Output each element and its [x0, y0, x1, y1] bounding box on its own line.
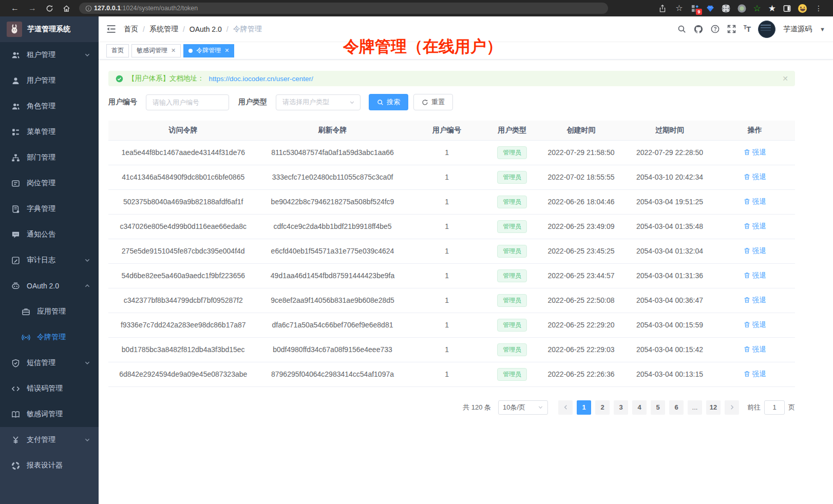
user-type-badge: 管理员	[497, 269, 527, 282]
fullscreen-icon[interactable]	[727, 25, 736, 33]
pay-icon	[11, 436, 20, 444]
chevron-up-icon	[84, 283, 90, 289]
github-icon[interactable]	[694, 25, 703, 34]
sidebar-item-字典管理[interactable]: 字典管理	[0, 196, 99, 222]
table-row: 54d6be82ee5a460a9aedc1f9bf22365649d1aa46…	[108, 263, 795, 288]
info-alert: 【用户体系】文档地址： https://doc.iocoder.cn/user-…	[108, 71, 795, 86]
browser-menu-icon[interactable]: ⋮	[815, 5, 822, 12]
breadcrumb-item[interactable]: 系统管理	[149, 25, 178, 34]
tab-令牌管理[interactable]: 令牌管理✕	[183, 44, 234, 57]
page-button-4[interactable]: 4	[632, 400, 647, 415]
extension-command-icon[interactable]	[722, 4, 730, 13]
sidebar-item-报表设计器[interactable]: 报表设计器	[0, 453, 99, 478]
force-logout-button[interactable]: 强退	[744, 148, 766, 157]
page-ellipsis[interactable]: ...	[688, 400, 702, 415]
close-tab-icon[interactable]: ✕	[224, 47, 229, 54]
user-type-badge: 管理员	[497, 319, 527, 332]
sidebar-item-应用管理[interactable]: 应用管理	[0, 299, 99, 324]
site-info-icon[interactable]	[85, 5, 92, 12]
force-logout-button[interactable]: 强退	[744, 271, 766, 280]
page-button-6[interactable]: 6	[669, 400, 684, 415]
extension-flower-icon[interactable]: ★	[768, 3, 776, 14]
page-button-12[interactable]: 12	[706, 400, 721, 415]
reload-icon[interactable]	[46, 5, 53, 12]
sidebar-item-错误码管理[interactable]: 错误码管理	[0, 376, 99, 401]
token-icon	[22, 333, 30, 342]
force-logout-button[interactable]: 强退	[744, 222, 766, 231]
sidebar-item-审计日志[interactable]: 审计日志	[0, 247, 99, 273]
back-icon[interactable]: ←	[11, 4, 19, 12]
users-icon	[11, 51, 20, 60]
page-buttons: 123456...12	[575, 400, 723, 415]
force-logout-button[interactable]: 强退	[744, 345, 766, 354]
page-size-select[interactable]: 10条/页	[498, 400, 548, 415]
page-button-2[interactable]: 2	[595, 400, 610, 415]
tab-首页[interactable]: 首页	[106, 44, 129, 57]
alert-close-icon[interactable]: ✕	[782, 74, 788, 83]
alert-doc-link[interactable]: https://doc.iocoder.cn/user-center/	[209, 75, 313, 83]
user-id-input[interactable]	[146, 94, 229, 110]
sidebar-item-角色管理[interactable]: 角色管理	[0, 93, 99, 119]
share-icon[interactable]	[659, 5, 666, 12]
user-type-badge: 管理员	[497, 220, 527, 233]
sidebar-item-通知公告[interactable]: 通知公告	[0, 222, 99, 247]
forward-icon[interactable]: →	[28, 4, 36, 12]
address-bar[interactable]: 127.0.0.1:1024/system/oauth2/token	[79, 3, 608, 14]
help-icon[interactable]	[711, 25, 720, 33]
sidebar-item-菜单管理[interactable]: 菜单管理	[0, 119, 99, 145]
font-size-icon[interactable]: TT	[744, 25, 750, 33]
table-row: 275e5de9151045fe87cbdc395e004f4de6cfd40e…	[108, 239, 795, 263]
sidebar-item-OAuth 2.0[interactable]: OAuth 2.0	[0, 273, 99, 299]
tab-敏感词管理[interactable]: 敏感词管理✕	[131, 44, 181, 57]
search-icon[interactable]	[677, 25, 686, 33]
force-logout-button[interactable]: 强退	[744, 370, 766, 379]
sidebar-item-令牌管理[interactable]: 令牌管理	[0, 324, 99, 350]
sidebar-item-部门管理[interactable]: 部门管理	[0, 145, 99, 170]
user-type-badge: 管理员	[497, 294, 527, 307]
sidebar-item-用户管理[interactable]: 用户管理	[0, 68, 99, 93]
reset-button[interactable]: 重置	[413, 94, 453, 110]
home-icon[interactable]	[63, 5, 70, 12]
force-logout-button[interactable]: 强退	[744, 320, 766, 329]
sidebar-item-岗位管理[interactable]: 岗位管理	[0, 170, 99, 196]
breadcrumb-item[interactable]: OAuth 2.0	[190, 25, 222, 33]
close-tab-icon[interactable]: ✕	[171, 47, 176, 54]
page-button-5[interactable]: 5	[651, 400, 665, 415]
page-button-1[interactable]: 1	[577, 400, 591, 415]
total-count: 共 120 条	[463, 403, 491, 412]
created-time-cell: 2022-06-25 23:44:57	[538, 263, 625, 288]
sidebar-item-敏感词管理[interactable]: 敏感词管理	[0, 401, 99, 427]
next-page-button[interactable]	[725, 400, 739, 415]
user-menu-caret-icon[interactable]: ▼	[820, 26, 825, 32]
success-check-icon	[116, 75, 123, 83]
profile-avatar-icon[interactable]	[798, 4, 807, 13]
force-logout-button[interactable]: 强退	[744, 246, 766, 256]
bookmark-star-icon[interactable]: ☆	[675, 4, 683, 12]
force-logout-button[interactable]: 强退	[744, 296, 766, 305]
goto-page-input[interactable]	[764, 400, 785, 415]
breadcrumb-item[interactable]: 首页	[124, 25, 138, 34]
force-logout-button[interactable]: 强退	[744, 172, 766, 182]
extension-star-icon[interactable]: ☆	[753, 3, 761, 14]
collapse-sidebar-icon[interactable]	[106, 25, 116, 33]
trash-icon	[744, 247, 750, 254]
user-type-select[interactable]: 请选择用户类型	[276, 94, 361, 110]
extension-gem-icon[interactable]	[706, 5, 714, 12]
page-button-3[interactable]: 3	[614, 400, 628, 415]
sidebar-item-支付管理[interactable]: 支付管理	[0, 427, 99, 453]
extension-panel-icon[interactable]	[783, 5, 791, 12]
user-id-cell: 1	[407, 189, 487, 214]
username: 芋道源码	[783, 25, 812, 34]
extension-grid-icon[interactable]: 9	[691, 5, 699, 12]
extension-badge: 9	[696, 9, 702, 15]
trash-icon	[744, 149, 750, 156]
sidebar-item-租户管理[interactable]: 租户管理	[0, 42, 99, 68]
prev-page-button[interactable]	[558, 400, 573, 415]
app-logo[interactable]: 芋道管理系统	[0, 16, 99, 42]
expired-time-cell: 2054-03-10 20:42:34	[624, 165, 714, 189]
sidebar-item-短信管理[interactable]: 短信管理	[0, 350, 99, 376]
force-logout-button[interactable]: 强退	[744, 197, 766, 206]
search-button[interactable]: 搜索	[369, 94, 408, 110]
user-avatar[interactable]	[758, 21, 775, 38]
extension-record-icon[interactable]	[737, 4, 746, 13]
